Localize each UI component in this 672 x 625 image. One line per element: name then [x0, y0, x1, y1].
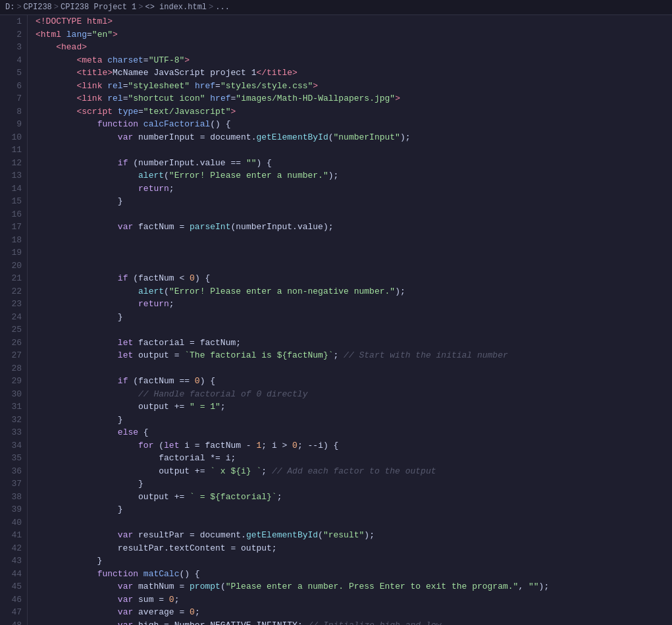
line-number: 34 [3, 439, 22, 452]
line-number: 20 [3, 259, 22, 273]
line-number-gutter: 1234567891011121314151617181920212223242… [0, 15, 28, 625]
line-number: 31 [3, 400, 22, 414]
breadcrumb-item: ... [215, 3, 230, 12]
line-number: 41 [3, 529, 22, 542]
code-line [36, 516, 672, 530]
breadcrumb-item: D: [5, 3, 14, 12]
code-line: var sum = 0; [36, 593, 672, 607]
line-number: 40 [3, 516, 22, 530]
line-number: 11 [3, 144, 22, 157]
line-number: 1 [3, 15, 22, 28]
code-line: var numberInput = document.getElementByI… [36, 131, 672, 144]
code-line [36, 259, 672, 273]
code-line [36, 144, 672, 157]
code-line: else { [36, 426, 672, 439]
line-number: 18 [3, 234, 22, 247]
code-line: function calcFactorial() { [36, 118, 672, 131]
line-number: 38 [3, 491, 22, 504]
code-line: var mathNum = prompt("Please enter a num… [36, 580, 672, 593]
line-number: 7 [3, 92, 22, 105]
line-number: 30 [3, 388, 22, 401]
line-number: 8 [3, 105, 22, 119]
code-line: alert("Error! Please enter a non-negativ… [36, 285, 672, 298]
code-line [36, 246, 672, 259]
code-line [36, 362, 672, 375]
line-number: 21 [3, 272, 22, 285]
code-line: // Handle factorial of 0 directly [36, 388, 672, 401]
code-line: output += ` x ${i} `; // Add each factor… [36, 465, 672, 478]
code-content[interactable]: <!DOCTYPE html><html lang="en"> <head> <… [28, 15, 672, 625]
line-number: 26 [3, 337, 22, 350]
line-number: 23 [3, 298, 22, 311]
line-number: 32 [3, 414, 22, 427]
code-line: return; [36, 182, 672, 196]
code-line: } [36, 414, 672, 427]
line-number: 13 [3, 169, 22, 182]
line-number: 47 [3, 606, 22, 619]
line-number: 45 [3, 580, 22, 593]
code-line: output += " = 1"; [36, 400, 672, 414]
line-number: 12 [3, 157, 22, 170]
code-line: let factorial = factNum; [36, 337, 672, 350]
code-line: resultPar.textContent = output; [36, 542, 672, 555]
line-number: 35 [3, 452, 22, 465]
breadcrumb-item: CPI238 Project 1 [61, 3, 136, 12]
breadcrumb-item: CPI238 [24, 3, 52, 12]
breadcrumb-bar: D:>CPI238>CPI238 Project 1><> index.html… [0, 0, 672, 15]
code-line: <html lang="en"> [36, 28, 672, 41]
line-number: 6 [3, 80, 22, 93]
code-line [36, 234, 672, 247]
code-line: factorial *= i; [36, 452, 672, 465]
code-line: <meta charset="UTF-8"> [36, 54, 672, 67]
code-line: function matCalc() { [36, 568, 672, 581]
line-number: 25 [3, 323, 22, 337]
line-number: 10 [3, 131, 22, 144]
line-number: 14 [3, 182, 22, 196]
code-line: for (let i = factNum - 1; i > 0; --i) { [36, 439, 672, 452]
code-line: if (factNum < 0) { [36, 272, 672, 285]
code-line [36, 323, 672, 337]
code-line: alert("Error! Please enter a number."); [36, 169, 672, 182]
code-line: var factNum = parseInt(numberInput.value… [36, 221, 672, 234]
line-number: 24 [3, 311, 22, 324]
line-number: 15 [3, 195, 22, 208]
line-number: 17 [3, 221, 22, 234]
code-line: output += ` = ${factorial}`; [36, 491, 672, 504]
code-line: } [36, 555, 672, 568]
code-line: } [36, 477, 672, 491]
code-line: var high = Number.NEGATIVE_INFINITY; // … [36, 619, 672, 626]
line-number: 39 [3, 503, 22, 516]
line-number: 37 [3, 477, 22, 491]
line-number: 3 [3, 41, 22, 54]
code-line: <link rel="stylesheet" href="styles/styl… [36, 80, 672, 93]
line-number: 46 [3, 593, 22, 607]
line-number: 9 [3, 118, 22, 131]
line-number: 16 [3, 208, 22, 221]
code-line: <script type="text/Javascript"> [36, 105, 672, 119]
code-line: } [36, 195, 672, 208]
line-number: 42 [3, 542, 22, 555]
line-number: 44 [3, 568, 22, 581]
code-line: return; [36, 298, 672, 311]
code-line: <link rel="shortcut icon" href="images/M… [36, 92, 672, 105]
code-line: } [36, 311, 672, 324]
code-line: let output = `The factorial is ${factNum… [36, 349, 672, 362]
breadcrumb-item: <> index.html [145, 3, 207, 12]
code-editor: 1234567891011121314151617181920212223242… [0, 15, 672, 625]
line-number: 22 [3, 285, 22, 298]
code-line: <title>McNamee JavaScript project 1</tit… [36, 67, 672, 80]
line-number: 36 [3, 465, 22, 478]
code-line: if (factNum == 0) { [36, 375, 672, 388]
line-number: 48 [3, 619, 22, 626]
code-line: } [36, 503, 672, 516]
code-line: if (numberInput.value == "") { [36, 157, 672, 170]
code-line: <head> [36, 41, 672, 54]
line-number: 19 [3, 246, 22, 259]
line-number: 4 [3, 54, 22, 67]
code-line [36, 208, 672, 221]
line-number: 27 [3, 349, 22, 362]
code-line: <!DOCTYPE html> [36, 15, 672, 28]
line-number: 29 [3, 375, 22, 388]
line-number: 2 [3, 28, 22, 41]
line-number: 43 [3, 555, 22, 568]
